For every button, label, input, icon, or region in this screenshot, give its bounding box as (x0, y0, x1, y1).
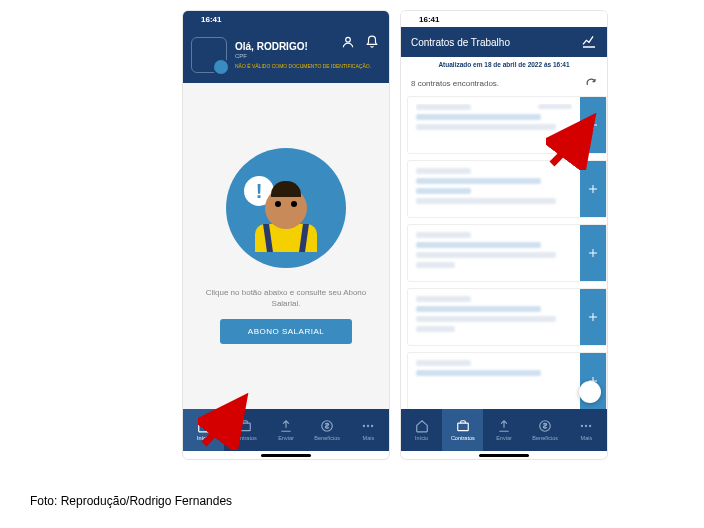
expand-button[interactable] (580, 225, 606, 281)
id-warning: NÃO É VÁLIDO COMO DOCUMENTO DE IDENTIFIC… (235, 63, 371, 69)
nav-enviar-label: Enviar (278, 435, 294, 441)
svg-rect-4 (240, 423, 251, 431)
nav-mais[interactable]: Mais (566, 409, 607, 451)
status-bar: 16:41 (401, 11, 607, 27)
svg-point-8 (371, 425, 373, 427)
nav-mais-label: Mais (363, 435, 375, 441)
profile-icon[interactable] (341, 35, 355, 53)
expand-button[interactable] (580, 289, 606, 345)
nav-inicio-label: Início (197, 435, 210, 441)
mascot-face (265, 187, 307, 229)
prompt-text: Clique no botão abaixo e consulte seu Ab… (193, 288, 379, 309)
cpf-label: CPF (235, 53, 371, 59)
briefcase-icon (456, 419, 470, 433)
profile-header: Olá, RODRIGO! CPF NÃO É VÁLIDO COMO DOCU… (183, 27, 389, 83)
expand-button[interactable] (580, 161, 606, 217)
dollar-icon (538, 419, 552, 433)
dollar-icon (320, 419, 334, 433)
svg-point-14 (581, 425, 583, 427)
nav-inicio[interactable]: Início (183, 409, 224, 451)
svg-point-7 (367, 425, 369, 427)
fab-button[interactable] (579, 381, 601, 403)
bottom-nav: Início Contratos Enviar Benefícios Mais (401, 409, 607, 451)
abono-salarial-button[interactable]: ABONO SALARIAL (220, 319, 352, 344)
nav-enviar-label: Enviar (496, 435, 512, 441)
plus-icon (587, 183, 599, 195)
nav-contratos[interactable]: Contratos (224, 409, 265, 451)
nav-mais-label: Mais (581, 435, 593, 441)
upload-icon (279, 419, 293, 433)
more-icon (579, 419, 593, 433)
home-indicator[interactable] (183, 451, 389, 459)
plus-icon (587, 119, 599, 131)
nav-inicio[interactable]: Início (401, 409, 442, 451)
phone-home: 16:41 Olá, RODRIGO! CPF NÃO É VÁLIDO COM… (182, 10, 390, 460)
nav-contratos-label: Contratos (451, 435, 475, 441)
bell-icon[interactable] (365, 35, 379, 53)
chart-icon[interactable] (581, 33, 597, 51)
contracts-title: Contratos de Trabalho (411, 37, 510, 48)
nav-enviar[interactable]: Enviar (265, 409, 306, 451)
contracts-titlebar: Contratos de Trabalho (401, 27, 607, 57)
nav-beneficios-label: Benefícios (532, 435, 558, 441)
contract-card (407, 96, 607, 154)
plus-icon (587, 247, 599, 259)
contract-card (407, 288, 607, 346)
contract-card (407, 352, 607, 409)
svg-point-15 (585, 425, 587, 427)
home-icon (415, 419, 429, 433)
briefcase-icon (238, 419, 252, 433)
nav-enviar[interactable]: Enviar (483, 409, 524, 451)
contract-card (407, 224, 607, 282)
status-time: 16:41 (201, 15, 221, 24)
svg-rect-12 (458, 423, 469, 431)
expand-button[interactable] (580, 97, 606, 153)
nav-beneficios[interactable]: Benefícios (307, 409, 348, 451)
contract-card (407, 160, 607, 218)
found-row: 8 contratos encontrados. (401, 72, 607, 96)
image-caption: Foto: Reprodução/Rodrigo Fernandes (30, 494, 232, 508)
home-body: ! Clique no botão abaixo e consulte seu … (183, 83, 389, 409)
contracts-list[interactable] (401, 96, 607, 409)
status-time: 16:41 (419, 15, 439, 24)
plus-icon (587, 311, 599, 323)
svg-point-6 (363, 425, 365, 427)
refresh-icon[interactable] (585, 76, 597, 90)
mascot-circle: ! (226, 148, 346, 268)
home-indicator[interactable] (401, 451, 607, 459)
svg-point-3 (346, 37, 351, 42)
home-icon (197, 419, 211, 433)
status-bar: 16:41 (183, 11, 389, 27)
svg-point-16 (589, 425, 591, 427)
upload-icon (497, 419, 511, 433)
nav-inicio-label: Início (415, 435, 428, 441)
bottom-nav: Início Contratos Enviar Benefícios Mais (183, 409, 389, 451)
avatar[interactable] (191, 37, 227, 73)
phone-contracts: 16:41 Contratos de Trabalho Atualizado e… (400, 10, 608, 460)
updated-text: Atualizado em 18 de abril de 2022 às 16:… (401, 57, 607, 72)
more-icon (361, 419, 375, 433)
nav-contratos[interactable]: Contratos (442, 409, 483, 451)
nav-contratos-label: Contratos (233, 435, 257, 441)
found-count: 8 contratos encontrados. (411, 79, 499, 88)
nav-mais[interactable]: Mais (348, 409, 389, 451)
nav-beneficios-label: Benefícios (314, 435, 340, 441)
nav-beneficios[interactable]: Benefícios (525, 409, 566, 451)
